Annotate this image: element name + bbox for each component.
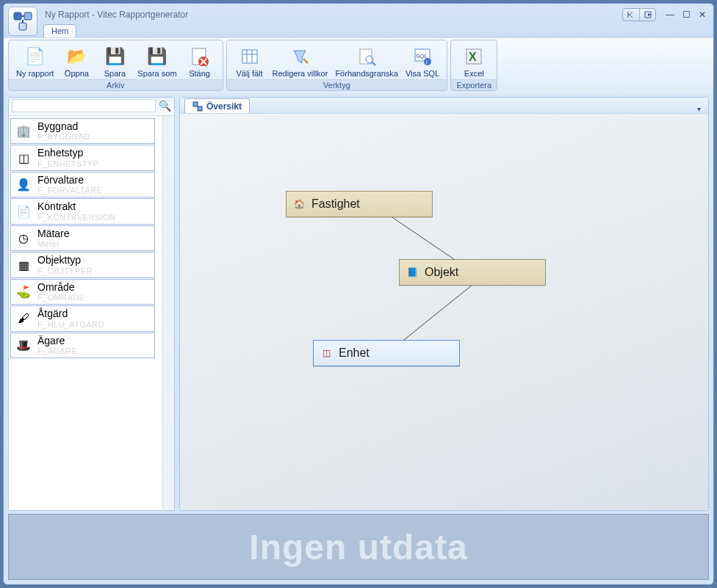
sidebar-item-sub: F_OBJTYPER — [37, 266, 93, 275]
sidebar-item-sub: F_OMRADE — [37, 293, 84, 302]
oppna-label: Öppna — [65, 69, 89, 78]
sidebar-item-sub: F_KONTRVERSION — [37, 213, 115, 222]
svg-rect-23 — [193, 102, 198, 106]
svg-rect-24 — [198, 106, 202, 111]
svg-line-13 — [303, 59, 308, 63]
node-objekt[interactable]: 📘 Objekt — [399, 259, 546, 286]
nav-prev-button[interactable] — [623, 9, 639, 21]
save-as-icon: 💾 — [145, 45, 169, 68]
svg-line-26 — [393, 285, 472, 349]
stang-button[interactable]: Stäng — [181, 43, 218, 79]
sidebar-item-kontrakt[interactable]: 📄KontraktF_KONTRVERSION — [10, 198, 155, 224]
ribbon-group-arkiv: 📄 Ny rapport 📂 Öppna 💾 Spara 💾 Spara som — [8, 40, 223, 91]
canvas-panel: Översikt ▾ 🏠 Fastighet 📘 Objekt — [179, 97, 709, 511]
sidebar-list: 🏢ByggnadF_BYGGNAD◫EnhetstypF_ENHETSTYP👤F… — [9, 116, 162, 510]
house-icon: 🏠 — [292, 197, 306, 211]
preview-icon — [355, 45, 378, 68]
sidebar-item-byggnad[interactable]: 🏢ByggnadF_BYGGNAD — [10, 118, 155, 144]
document-icon: 📄 — [15, 203, 32, 219]
svg-rect-1 — [24, 12, 32, 20]
sidebar-item-område[interactable]: ⛳OmrådeF_OMRADE — [10, 279, 155, 305]
area-icon: ⛳ — [15, 284, 32, 300]
office-building-icon: 🏢 — [15, 123, 32, 139]
spara-som-label: Spara som — [137, 69, 176, 78]
tab-oversikt-label: Översikt — [206, 101, 242, 112]
svg-rect-14 — [360, 49, 372, 64]
open-folder-icon: 📂 — [65, 45, 88, 68]
valj-falt-button[interactable]: Välj fält — [231, 43, 268, 79]
ny-rapport-label: Ny rapport — [16, 69, 54, 78]
sidebar-item-name: Enhetstyp — [37, 148, 98, 159]
save-icon: 💾 — [103, 45, 126, 68]
ny-rapport-button[interactable]: 📄 Ny rapport — [13, 43, 57, 79]
sidebar-item-sub: F_AGARE — [37, 346, 77, 355]
ribbon-group-verktyg: Välj fält Redigera villkor Förhandsgrans… — [226, 40, 448, 91]
excel-icon: X — [462, 45, 486, 68]
output-text: Ingen utdata — [249, 527, 467, 567]
nav-pill — [622, 8, 656, 21]
sidebar-item-name: Område — [37, 282, 84, 293]
node-fastighet[interactable]: 🏠 Fastighet — [286, 191, 433, 217]
redigera-villkor-button[interactable]: Redigera villkor — [270, 43, 331, 79]
svg-text:X: X — [469, 51, 477, 63]
sidebar-item-åtgärd[interactable]: 🖌ÅtgärdF_HLU_ATGARD — [10, 305, 155, 331]
oppna-button[interactable]: 📂 Öppna — [58, 43, 95, 79]
nav-next-button[interactable] — [639, 9, 655, 21]
sidebar-item-sub: F_BYGGNAD — [37, 132, 90, 141]
sidebar-item-sub: F_HLU_ATGARD — [37, 320, 104, 329]
minimize-button[interactable]: — — [663, 9, 677, 21]
new-report-icon: 📄 — [24, 45, 47, 68]
tabstrip-dropdown[interactable]: ▾ — [694, 105, 704, 113]
content-area: 🔍 🏢ByggnadF_BYGGNAD◫EnhetstypF_ENHETSTYP… — [4, 94, 713, 511]
tab-oversikt[interactable]: Översikt — [184, 98, 250, 113]
layout-icon: ▦ — [15, 257, 32, 273]
tab-hem[interactable]: Hem — [43, 24, 76, 37]
close-doc-icon — [188, 45, 212, 68]
group-label-verktyg: Verktyg — [227, 79, 447, 90]
forhandsgranska-label: Förhandsgranska — [335, 69, 398, 78]
spara-label: Spara — [104, 69, 126, 78]
node-enhet[interactable]: ◫ Enhet — [313, 340, 460, 366]
enhet-icon: ◫ — [15, 150, 32, 166]
sidebar-item-name: Kontrakt — [37, 201, 115, 212]
sidebar-item-name: Byggnad — [37, 121, 90, 132]
book-icon: 📘 — [406, 266, 419, 279]
group-label-arkiv: Arkiv — [9, 79, 223, 90]
search-icon[interactable]: 🔍 — [159, 100, 171, 112]
forhandsgranska-button[interactable]: Förhandsgranska — [332, 43, 401, 79]
sidebar-item-enhetstyp[interactable]: ◫EnhetstypF_ENHETSTYP — [10, 145, 155, 170]
brush-icon: 🖌 — [15, 311, 32, 327]
sidebar-item-name: Förvaltare — [37, 175, 102, 186]
person-icon: 👤 — [15, 177, 32, 193]
group-label-exportera: Exportera — [451, 79, 497, 90]
sidebar-item-name: Mätare — [37, 228, 70, 239]
svg-text:i: i — [426, 59, 428, 65]
svg-rect-0 — [14, 12, 21, 20]
search-input[interactable] — [12, 99, 156, 112]
sidebar: 🔍 🏢ByggnadF_BYGGNAD◫EnhetstypF_ENHETSTYP… — [8, 97, 175, 511]
sidebar-item-objekttyp[interactable]: ▦ObjekttypF_OBJTYPER — [10, 252, 155, 277]
diagram-canvas[interactable]: 🏠 Fastighet 📘 Objekt ◫ Enhet — [180, 114, 708, 510]
hat-icon: 🎩 — [15, 338, 32, 354]
sql-icon: SQLi — [411, 45, 434, 68]
node-fastighet-label: Fastighet — [311, 197, 360, 211]
sidebar-scrollbar[interactable] — [162, 116, 174, 510]
visa-sql-button[interactable]: SQLi Visa SQL — [403, 43, 442, 79]
stang-label: Stäng — [189, 69, 210, 78]
redigera-villkor-label: Redigera villkor — [273, 69, 328, 78]
maximize-button[interactable]: ☐ — [680, 9, 693, 21]
sidebar-item-förvaltare[interactable]: 👤FörvaltareF_FORVALTARE — [10, 172, 155, 197]
valj-falt-label: Välj fält — [237, 69, 263, 78]
excel-button[interactable]: X Excel — [455, 43, 492, 79]
spara-button[interactable]: 💾 Spara — [96, 43, 133, 79]
spara-som-button[interactable]: 💾 Spara som — [134, 43, 179, 79]
nav-prev-icon — [627, 11, 635, 18]
svg-line-16 — [372, 62, 375, 65]
sidebar-item-sub: F_ENHETSTYP — [37, 159, 98, 168]
sidebar-item-sub: F_FORVALTARE — [37, 186, 102, 195]
sidebar-item-mätare[interactable]: ◷MätareMeter — [10, 225, 155, 251]
close-button[interactable]: ✕ — [696, 9, 709, 21]
sidebar-item-name: Ägare — [37, 335, 77, 346]
sidebar-item-ägare[interactable]: 🎩ÄgareF_AGARE — [10, 333, 155, 358]
sidebar-item-name: Objekttyp — [37, 255, 93, 266]
